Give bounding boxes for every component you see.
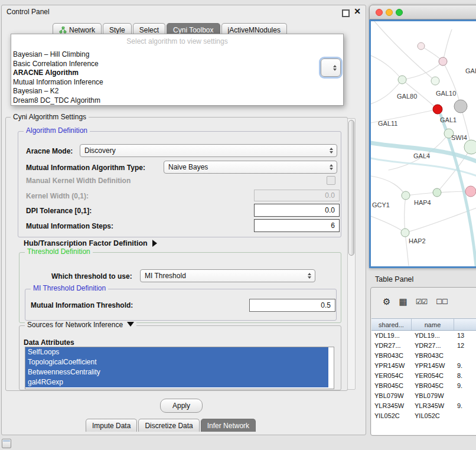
network-node[interactable] <box>464 140 476 154</box>
algorithm-option[interactable]: Dream8 DC_TDC Algorithm <box>11 96 343 106</box>
table-row[interactable]: YDR27...YDR27...12 <box>371 341 476 351</box>
cell: 8. <box>454 371 476 381</box>
node-label: GCY1 <box>372 201 390 208</box>
network-node[interactable] <box>465 186 476 197</box>
list-item[interactable]: SelfLoops <box>25 347 328 357</box>
sources-group-title[interactable]: Sources for Network Inference <box>25 321 136 329</box>
control-panel-window: Control Panel ✕ Network Style Select Cyn… <box>1 5 366 435</box>
unselect-all-columns-icon[interactable]: ☐☐ <box>436 298 448 306</box>
tab-select-label: Select <box>139 26 159 34</box>
hub-tf-definition-toggle[interactable]: Hub/Transcription Factor Definition <box>24 239 157 247</box>
table-row[interactable]: YPR145WYPR145W9. <box>371 361 476 371</box>
gear-icon[interactable]: ⚙ <box>383 296 390 307</box>
aracne-mode-select[interactable]: Discovery <box>80 144 337 157</box>
cell: 9. <box>454 381 476 391</box>
network-canvas[interactable]: GAL80 GAL10 GAL11 GAL1 SWI4 GAL4 GCY1 HA… <box>369 19 476 268</box>
network-node[interactable] <box>402 191 410 200</box>
tab-cyni-toolbox-label: Cyni Toolbox <box>173 26 213 34</box>
tab-infer-network[interactable]: Infer Network <box>201 419 256 432</box>
data-attributes-label: Data Attributes <box>24 338 74 347</box>
algorithm-dropdown-placeholder: Select algorithm to view settings <box>11 34 343 48</box>
dpi-tolerance-value: 0.0 <box>325 206 335 214</box>
settings-group-title: Cyni Algorithm Settings <box>11 113 89 121</box>
algorithm-option[interactable]: Bayesian – Hill Climbing <box>11 50 343 60</box>
which-threshold-select[interactable]: MI Threshold <box>140 269 315 282</box>
table-row[interactable]: YBR043CYBR043C <box>371 351 476 361</box>
algorithm-combobox-arrow-button[interactable] <box>321 58 341 77</box>
algorithm-definition-title: Algorithm Definition <box>24 126 90 135</box>
settings-scrollbar-thumb[interactable] <box>348 120 354 256</box>
float-window-icon[interactable] <box>342 9 350 17</box>
data-attributes-list[interactable]: SelfLoops TopologicalCoefficient Between… <box>25 347 334 389</box>
cell: 9. <box>454 361 476 371</box>
table-row[interactable]: YIL052CYIL052C <box>371 411 476 421</box>
dpi-tolerance-field[interactable]: 0.0 <box>254 204 340 217</box>
network-node[interactable] <box>439 57 447 66</box>
mi-steps-label: Mutual Information Steps: <box>26 222 113 230</box>
algorithm-option[interactable]: Mutual Information Inference <box>11 78 343 87</box>
network-window-titlebar[interactable] <box>369 5 476 19</box>
table-row[interactable]: YER054CYER054C8. <box>371 371 476 381</box>
cell <box>454 391 476 401</box>
table-row[interactable]: YLR345WYLR345W9. <box>371 401 476 411</box>
network-node[interactable] <box>433 188 441 197</box>
cell <box>454 351 476 361</box>
node-label: GAL80 <box>397 93 417 100</box>
collapse-down-icon <box>127 322 134 327</box>
select-all-columns-icon[interactable]: ☑☑ <box>416 298 428 306</box>
window-zoom-icon[interactable] <box>396 9 403 16</box>
control-panel-title: Control Panel <box>6 8 50 16</box>
apply-button[interactable]: Apply <box>160 399 203 413</box>
node-label: GAL10 <box>436 90 456 97</box>
algorithm-option[interactable]: Basic Correlation Inference <box>11 60 343 69</box>
list-item[interactable]: BetweennessCentrality <box>25 367 328 377</box>
table-header-name[interactable]: name <box>412 319 454 330</box>
settings-scrollbar[interactable] <box>347 118 356 390</box>
window-minimize-icon[interactable] <box>386 9 393 16</box>
combo-arrows-icon <box>308 273 311 279</box>
cell: YBR043C <box>412 351 454 361</box>
cell: YER054C <box>412 371 454 381</box>
tab-style-label: Style <box>109 26 125 34</box>
network-node[interactable] <box>454 100 467 113</box>
kernel-width-label: Kernel Width (0,1): <box>26 192 89 200</box>
cell: YDL19... <box>371 331 412 341</box>
mi-algorithm-type-select[interactable]: Naive Bayes <box>164 161 337 174</box>
tab-discretize-data[interactable]: Discretize Data <box>138 419 199 432</box>
cell: YLR345W <box>412 401 454 411</box>
kernel-width-value: 0.0 <box>325 191 335 200</box>
node-label: GAL <box>465 67 476 74</box>
tab-impute-data[interactable]: Impute Data <box>86 419 137 432</box>
cell: YLR345W <box>371 401 412 411</box>
network-node[interactable] <box>398 76 406 84</box>
table-header-extra[interactable] <box>454 319 476 330</box>
cell: 9. <box>454 401 476 411</box>
mi-steps-field[interactable]: 6 <box>254 219 340 232</box>
network-node[interactable] <box>431 77 439 85</box>
manual-kernel-width-label: Manual Kernel Width Definition <box>26 177 131 185</box>
network-view-window: GAL80 GAL10 GAL11 GAL1 SWI4 GAL4 GCY1 HA… <box>369 5 476 268</box>
mi-threshold-field[interactable]: 0.5 <box>249 299 335 312</box>
window-close-icon[interactable] <box>376 9 383 16</box>
network-node[interactable] <box>401 229 409 237</box>
table-row[interactable]: YBR045CYBR045C9. <box>371 381 476 391</box>
network-node-selected-red[interactable] <box>433 105 442 114</box>
algorithm-option[interactable]: Bayesian – K2 <box>11 87 343 96</box>
node-label: HAP4 <box>414 199 431 206</box>
table-panel-window: ⚙ ▦ ☑☑ ☐☐ shared... name YDL19...YDL19..… <box>370 287 476 436</box>
algorithm-option-selected[interactable]: ARACNE Algorithm <box>11 69 343 78</box>
table-header-shared-name[interactable]: shared... <box>371 319 412 330</box>
list-item[interactable]: gal4RGexp <box>25 377 328 387</box>
mi-threshold-value: 0.5 <box>321 301 331 309</box>
manual-kernel-width-checkbox[interactable] <box>327 176 335 185</box>
close-icon[interactable]: ✕ <box>354 6 361 16</box>
cell: YBR043C <box>371 351 412 361</box>
minimized-panel-icon[interactable] <box>2 439 11 448</box>
node-label: GAL4 <box>413 152 430 159</box>
network-node[interactable] <box>418 43 425 50</box>
list-item[interactable]: TopologicalCoefficient <box>25 357 328 367</box>
table-row[interactable]: YBL079WYBL079W <box>371 391 476 401</box>
columns-icon[interactable]: ▦ <box>399 296 406 307</box>
kernel-width-field[interactable]: 0.0 <box>254 190 340 201</box>
table-row[interactable]: YDL19...YDL19...13 <box>371 331 476 341</box>
